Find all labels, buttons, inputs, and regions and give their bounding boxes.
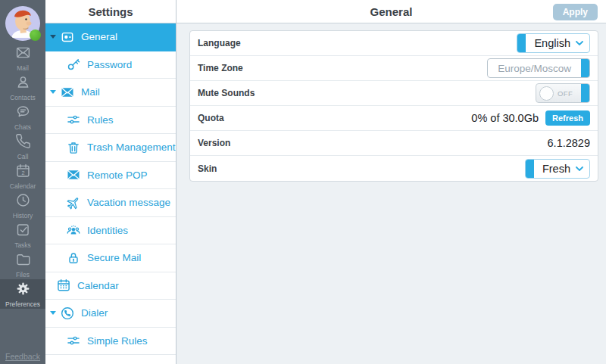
settings-panel: Settings General: [45, 0, 176, 364]
call-icon: [15, 133, 31, 152]
accent-stripe: [581, 84, 589, 102]
main-content: Language English Time Zone: [176, 23, 606, 364]
sidebar-item-history[interactable]: History: [0, 191, 45, 220]
mute-sounds-toggle[interactable]: OFF: [536, 83, 590, 103]
language-select[interactable]: English: [517, 33, 590, 53]
settings-item-label: General: [81, 31, 117, 42]
language-row: Language English: [190, 31, 598, 56]
accent-stripe: [581, 59, 589, 77]
settings-item-label: Calendar: [77, 280, 119, 291]
chevron-down-icon: [576, 166, 583, 171]
settings-item-trash-management[interactable]: Trash Management: [45, 134, 176, 162]
settings-panel-title: Settings: [88, 5, 133, 18]
chevron-down-icon: [576, 41, 583, 45]
app-window: Mail Contacts Chats: [0, 0, 606, 364]
sidebar-item-label: Mail: [17, 64, 29, 72]
sidebar-item-preferences[interactable]: Preferences: [0, 279, 45, 309]
page-title: General: [370, 5, 413, 18]
sidebar-item-label: Chats: [14, 123, 31, 131]
settings-item-vacation-message[interactable]: Vacation message: [45, 189, 176, 217]
sidebar-item-chats[interactable]: Chats: [0, 102, 45, 132]
mute-sounds-row: Mute Sounds OFF: [190, 81, 598, 106]
version-row: Version 6.1.2829: [190, 131, 598, 156]
settings-item-rules[interactable]: Rules: [45, 107, 176, 135]
main-header: General Apply: [176, 0, 606, 23]
feedback-link[interactable]: Feedback: [5, 352, 40, 361]
settings-item-label: Remote POP: [87, 170, 148, 181]
avatar[interactable]: [5, 6, 40, 41]
sidebar-item-label: Tasks: [14, 241, 31, 249]
settings-item-password[interactable]: Password: [45, 51, 176, 79]
general-icon: [60, 30, 75, 45]
settings-tree: General Password Mail: [45, 23, 176, 364]
online-status-dot: [30, 30, 41, 41]
sidebar-item-label: Files: [16, 271, 30, 278]
main-panel: General Apply Language English: [176, 0, 606, 364]
quota-value: 0% of 30.0Gb: [471, 112, 539, 124]
people-icon: [66, 222, 81, 238]
sidebar-item-files[interactable]: Files: [0, 250, 45, 279]
settings-item-label: Trash Management: [87, 142, 176, 153]
sidebar-item-label: History: [13, 212, 33, 219]
settings-item-simple-rules[interactable]: Simple Rules: [45, 328, 176, 356]
settings-item-remote-pop[interactable]: Remote POP: [45, 162, 176, 190]
app-sidebar: Mail Contacts Chats: [0, 0, 45, 364]
timezone-label: Time Zone: [198, 63, 243, 73]
trash-icon: [66, 140, 81, 155]
settings-panel-header: Settings: [45, 0, 176, 23]
version-label: Version: [198, 138, 230, 148]
settings-item-label: Password: [87, 59, 132, 70]
sidebar-item-calendar[interactable]: 2 Calendar: [0, 161, 45, 191]
calendar-icon: 2: [15, 163, 31, 182]
history-icon: [15, 192, 31, 211]
sidebar-item-label: Preferences: [5, 300, 40, 308]
sidebar-item-call[interactable]: Call: [0, 132, 45, 161]
sidebar-item-label: Calendar: [10, 182, 36, 190]
sliders-icon: [66, 112, 81, 127]
settings-item-label: Rules: [87, 114, 114, 126]
settings-item-secure-mail[interactable]: Secure Mail: [45, 244, 176, 272]
skin-value: Fresh: [534, 163, 576, 175]
gear-icon: [15, 281, 31, 300]
dialer-icon: [60, 306, 75, 321]
calendar-grid-icon: [56, 278, 71, 293]
mute-sounds-label: Mute Sounds: [198, 88, 255, 98]
expand-arrow-icon[interactable]: [50, 90, 56, 94]
skin-select[interactable]: Fresh: [525, 159, 590, 179]
settings-item-mail[interactable]: Mail: [45, 79, 176, 107]
toggle-state-label: OFF: [558, 89, 573, 98]
timezone-value: Europe/Moscow: [488, 63, 581, 74]
accent-stripe: [526, 160, 534, 178]
settings-item-identities[interactable]: Identities: [45, 217, 176, 245]
settings-item-calendar[interactable]: Calendar: [45, 272, 176, 300]
sidebar-item-mail[interactable]: Mail: [0, 43, 45, 73]
key-icon: [66, 57, 81, 72]
sidebar-item-contacts[interactable]: Contacts: [0, 73, 45, 102]
expand-arrow-icon[interactable]: [50, 311, 56, 315]
toggle-knob-icon: [539, 86, 554, 101]
sidebar-item-label: Call: [17, 153, 29, 160]
settings-item-label: Identities: [87, 225, 128, 236]
general-settings-card: Language English Time Zone: [189, 30, 598, 182]
timezone-button[interactable]: Europe/Moscow: [487, 58, 590, 78]
settings-item-dialer[interactable]: Dialer: [45, 300, 176, 328]
envelope-icon: [60, 85, 75, 100]
skin-label: Skin: [198, 163, 217, 174]
timezone-row: Time Zone Europe/Moscow: [190, 56, 598, 81]
skin-row: Skin Fresh: [190, 156, 598, 181]
sidebar-item-label: Contacts: [10, 94, 36, 101]
quota-row: Quota 0% of 30.0Gb Refresh: [190, 106, 598, 131]
tasks-icon: [15, 222, 31, 241]
accent-stripe: [517, 34, 526, 52]
expand-arrow-icon[interactable]: [50, 35, 56, 39]
airplane-icon: [66, 195, 81, 210]
contacts-icon: [15, 74, 31, 93]
settings-item-label: Secure Mail: [87, 252, 141, 263]
language-label: Language: [198, 38, 241, 48]
sidebar-item-tasks[interactable]: Tasks: [0, 220, 45, 250]
files-icon: [15, 251, 31, 270]
refresh-button[interactable]: Refresh: [545, 110, 590, 126]
settings-item-general[interactable]: General: [45, 23, 176, 51]
sliders-icon: [66, 333, 81, 348]
apply-button[interactable]: Apply: [553, 4, 598, 20]
